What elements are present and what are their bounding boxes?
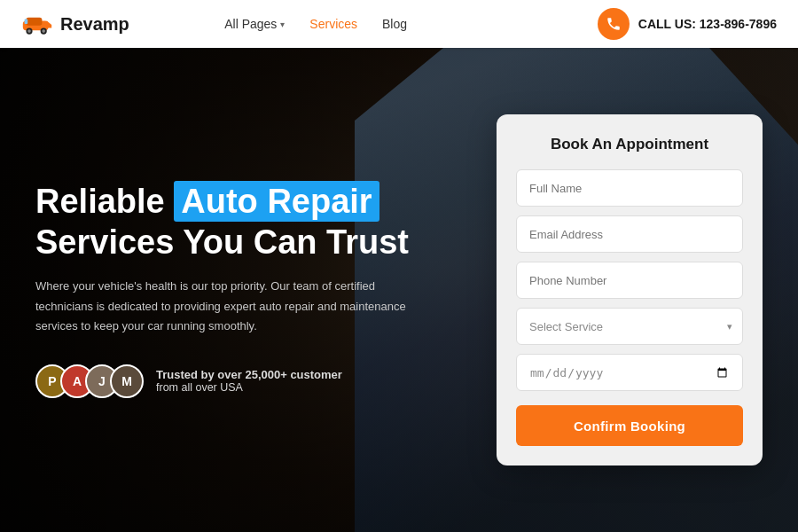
svg-point-3 <box>27 29 31 33</box>
hero-title-suffix: Services You Can Trust <box>35 223 409 261</box>
nav-services[interactable]: Services <box>309 17 357 31</box>
booking-card: Book An Appointment Select Service Oil C… <box>497 114 763 466</box>
trust-avatars: P A J M <box>35 364 144 398</box>
phone-input[interactable] <box>516 262 743 299</box>
hero-title-highlight: Auto Repair <box>174 181 379 222</box>
trust-line2: from all over USA <box>156 381 243 394</box>
svg-rect-7 <box>25 20 28 24</box>
svg-rect-1 <box>26 18 42 26</box>
svg-point-5 <box>42 29 45 33</box>
hero-description: Where your vehicle's health is our top p… <box>35 277 408 335</box>
full-name-input[interactable] <box>516 169 743 207</box>
svg-marker-6 <box>47 20 51 27</box>
logo-icon <box>21 12 53 36</box>
hero-text-section: Reliable Auto Repair Services You Can Tr… <box>35 182 461 397</box>
avatar: M <box>110 364 144 398</box>
service-select[interactable]: Select Service Oil Change Brake Repair T… <box>516 308 743 345</box>
email-input[interactable] <box>516 215 743 253</box>
trust-row: P A J M Trusted by over 25,000+ customer… <box>35 364 443 398</box>
booking-title: Book An Appointment <box>516 136 743 153</box>
call-section: CALL US: 123-896-7896 <box>598 8 777 40</box>
confirm-booking-button[interactable]: Confirm Booking <box>516 405 743 446</box>
hero-title-prefix: Reliable <box>35 183 174 220</box>
hero-title: Reliable Auto Repair Services You Can Tr… <box>35 182 443 262</box>
trust-text: Trusted by over 25,000+ customer from al… <box>156 368 342 394</box>
logo-text: Revamp <box>60 14 129 35</box>
navbar: Revamp All Pages ▾ Services Blog CALL US… <box>0 0 798 48</box>
chevron-down-icon: ▾ <box>280 20 285 29</box>
date-input[interactable] <box>516 354 743 391</box>
content-area: Reliable Auto Repair Services You Can Tr… <box>0 48 798 532</box>
service-select-wrap: Select Service Oil Change Brake Repair T… <box>516 308 743 345</box>
phone-icon <box>598 8 630 40</box>
logo[interactable]: Revamp <box>21 12 129 36</box>
nav-links: All Pages ▾ Services Blog <box>224 17 407 31</box>
call-number[interactable]: CALL US: 123-896-7896 <box>638 17 777 31</box>
nav-all-pages[interactable]: All Pages ▾ <box>224 17 285 31</box>
nav-blog[interactable]: Blog <box>382 17 407 31</box>
trust-line1: Trusted by over 25,000+ customer <box>156 368 342 381</box>
